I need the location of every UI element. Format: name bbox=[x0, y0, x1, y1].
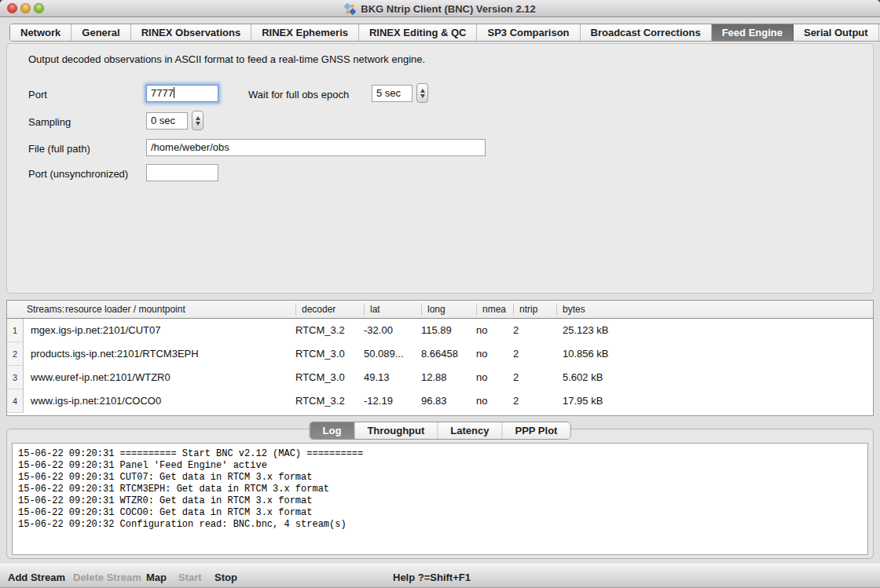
table-row[interactable]: 4 www.igs-ip.net:2101/COCO0 RTCM_3.2 -12… bbox=[7, 389, 873, 413]
tab-serial-output[interactable]: Serial Output bbox=[794, 24, 879, 41]
port-unsync-input[interactable] bbox=[146, 164, 218, 181]
port-input[interactable]: 7777 bbox=[146, 85, 218, 102]
cell-bytes: 25.123 kB bbox=[563, 319, 609, 342]
sampling-label: Sampling bbox=[28, 116, 71, 128]
tab-general[interactable]: General bbox=[72, 24, 130, 41]
tab-network[interactable]: Network bbox=[10, 24, 72, 41]
header-decoder: decoder bbox=[302, 304, 336, 315]
cell-lat: 50.089... bbox=[364, 342, 404, 366]
header-mountpoint: resource loader / mountpoint bbox=[65, 304, 185, 315]
cell-nmea: no bbox=[476, 389, 487, 413]
bnc-window: BKG Ntrip Client (BNC) Version 2.12 Netw… bbox=[0, 0, 880, 588]
cell-nmea: no bbox=[476, 366, 487, 389]
cell-decoder: RTCM_3.0 bbox=[295, 342, 345, 366]
tab-log[interactable]: Log bbox=[310, 422, 355, 439]
bottom-toolbar: Add Stream Delete Stream Map Start Stop … bbox=[0, 564, 880, 588]
header-nmea: nmea bbox=[482, 304, 506, 315]
tab-rinex-editing-qc[interactable]: RINEX Editing & QC bbox=[359, 24, 478, 41]
file-label: File (full path) bbox=[28, 143, 90, 155]
wait-epoch-label: Wait for full obs epoch bbox=[248, 89, 349, 100]
map-button[interactable]: Map bbox=[146, 572, 167, 583]
cell-decoder: RTCM_3.0 bbox=[295, 366, 345, 389]
log-line: 15-06-22 09:20:31 CUT07: Get data in RTC… bbox=[18, 472, 867, 484]
tab-ppp-plot[interactable]: PPP Plot bbox=[502, 422, 570, 439]
tab-latency[interactable]: Latency bbox=[438, 422, 502, 439]
file-value: /home/weber/obs bbox=[151, 141, 229, 153]
table-row[interactable]: 2 products.igs-ip.net:2101/RTCM3EPH RTCM… bbox=[7, 342, 873, 366]
header-long: long bbox=[427, 304, 446, 315]
cell-mountpoint: products.igs-ip.net:2101/RTCM3EPH bbox=[31, 342, 199, 366]
help-shortcut-label: Help ?=Shift+F1 bbox=[393, 572, 471, 583]
spinner-down-icon[interactable] bbox=[420, 94, 425, 98]
log-line: 15-06-22 09:20:31 ========== Start BNC v… bbox=[18, 448, 867, 460]
port-value: 7777 bbox=[151, 87, 174, 99]
log-line: 15-06-22 09:20:32 Configuration read: BN… bbox=[18, 519, 867, 531]
add-stream-button[interactable]: Add Stream bbox=[8, 572, 65, 583]
streams-table-header: Streams: resource loader / mountpoint de… bbox=[7, 301, 873, 319]
row-number: 3 bbox=[7, 366, 24, 389]
cell-mountpoint: www.euref-ip.net:2101/WTZR0 bbox=[31, 366, 170, 389]
cell-lat: -12.19 bbox=[364, 389, 393, 413]
cell-mountpoint: mgex.igs-ip.net:2101/CUT07 bbox=[31, 319, 160, 342]
feed-engine-panel: Output decoded observations in ASCII for… bbox=[6, 43, 874, 294]
cell-nmea: no bbox=[476, 319, 487, 342]
port-unsync-label: Port (unsynchronized) bbox=[28, 168, 128, 180]
cell-long: 96.83 bbox=[421, 389, 447, 413]
tab-rinex-ephemeris[interactable]: RINEX Ephemeris bbox=[251, 24, 359, 41]
tab-sp3-comparison[interactable]: SP3 Comparison bbox=[477, 24, 580, 41]
spinner-up-icon[interactable] bbox=[420, 89, 425, 93]
log-line: 15-06-22 09:20:31 WTZR0: Get data in RTC… bbox=[18, 495, 867, 507]
cell-ntrip: 2 bbox=[513, 342, 519, 366]
text-caret bbox=[174, 87, 174, 98]
log-line: 15-06-22 09:20:31 Panel 'Feed Engine' ac… bbox=[18, 460, 867, 472]
cell-decoder: RTCM_3.2 bbox=[295, 319, 345, 342]
log-line: 15-06-22 09:20:31 RTCM3EPH: Get data in … bbox=[18, 484, 867, 495]
row-number: 4 bbox=[7, 389, 24, 413]
cell-bytes: 5.602 kB bbox=[563, 366, 603, 389]
tab-broadcast-corrections[interactable]: Broadcast Corrections bbox=[581, 24, 712, 41]
spinner-up-icon[interactable] bbox=[196, 116, 200, 120]
sampling-spinner[interactable] bbox=[192, 111, 204, 130]
header-lat: lat bbox=[370, 304, 380, 315]
delete-stream-button: Delete Stream bbox=[73, 572, 141, 583]
cell-lat: -32.00 bbox=[364, 319, 393, 342]
cell-lat: 49.13 bbox=[364, 366, 390, 389]
wait-epoch-spinner[interactable] bbox=[416, 83, 428, 103]
tab-feed-engine[interactable]: Feed Engine bbox=[712, 24, 794, 41]
cell-long: 115.89 bbox=[421, 319, 452, 342]
log-output[interactable]: 15-06-22 09:20:31 ========== Start BNC v… bbox=[12, 443, 868, 555]
header-bytes: bytes bbox=[563, 304, 585, 315]
cell-mountpoint: www.igs-ip.net:2101/COCO0 bbox=[31, 389, 161, 413]
sampling-value: 0 sec bbox=[151, 115, 175, 126]
tab-rinex-observations[interactable]: RINEX Observations bbox=[131, 24, 251, 41]
cell-bytes: 10.856 kB bbox=[563, 342, 609, 366]
cell-nmea: no bbox=[476, 342, 487, 366]
cell-bytes: 17.95 kB bbox=[563, 389, 603, 413]
cell-long: 12.88 bbox=[421, 366, 447, 389]
title-bar: BKG Ntrip Client (BNC) Version 2.12 bbox=[0, 0, 880, 17]
cell-ntrip: 2 bbox=[513, 319, 519, 342]
cell-long: 8.66458 bbox=[421, 342, 458, 366]
file-input[interactable]: /home/weber/obs bbox=[146, 139, 486, 156]
spinner-down-icon[interactable] bbox=[196, 122, 200, 126]
row-number: 1 bbox=[7, 319, 24, 342]
port-label: Port bbox=[28, 89, 47, 100]
cell-ntrip: 2 bbox=[513, 366, 519, 389]
tab-throughput[interactable]: Throughput bbox=[354, 422, 438, 439]
panel-description: Output decoded observations in ASCII for… bbox=[28, 53, 425, 65]
sampling-input[interactable]: 0 sec bbox=[146, 112, 188, 130]
table-row[interactable]: 3 www.euref-ip.net:2101/WTZR0 RTCM_3.0 4… bbox=[7, 366, 873, 389]
bnc-app-icon bbox=[344, 3, 356, 15]
wait-epoch-input[interactable]: 5 sec bbox=[372, 85, 412, 102]
streams-table: Streams: resource loader / mountpoint de… bbox=[6, 300, 874, 416]
table-row[interactable]: 1 mgex.igs-ip.net:2101/CUT07 RTCM_3.2 -3… bbox=[7, 319, 873, 342]
cell-decoder: RTCM_3.2 bbox=[295, 389, 345, 413]
main-tab-bar: Network General RINEX Observations RINEX… bbox=[9, 24, 880, 42]
log-group: 15-06-22 09:20:31 ========== Start BNC v… bbox=[6, 429, 874, 559]
header-ntrip: ntrip bbox=[519, 304, 537, 315]
wait-epoch-value: 5 sec bbox=[376, 87, 401, 99]
cell-ntrip: 2 bbox=[513, 389, 519, 413]
window-title: BKG Ntrip Client (BNC) Version 2.12 bbox=[361, 3, 535, 15]
log-line: 15-06-22 09:20:31 COCO0: Get data in RTC… bbox=[18, 507, 867, 519]
stop-button[interactable]: Stop bbox=[214, 572, 237, 583]
